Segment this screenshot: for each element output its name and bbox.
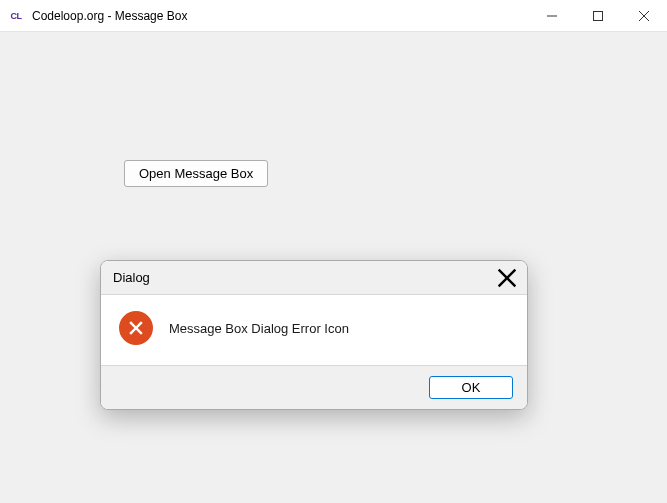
maximize-button[interactable] — [575, 0, 621, 31]
minimize-button[interactable] — [529, 0, 575, 31]
app-icon: CL — [8, 8, 24, 24]
svg-rect-1 — [594, 11, 603, 20]
client-area: Open Message Box Dialog Message Box Dial… — [0, 32, 667, 503]
dialog-body: Message Box Dialog Error Icon — [101, 295, 527, 365]
open-message-box-button[interactable]: Open Message Box — [124, 160, 268, 187]
titlebar-left: CL Codeloop.org - Message Box — [8, 8, 187, 24]
close-icon — [639, 11, 649, 21]
message-box-dialog: Dialog Message Box Dialog Error Icon OK — [100, 260, 528, 410]
close-icon — [497, 268, 517, 288]
ok-button[interactable]: OK — [429, 376, 513, 399]
window-title: Codeloop.org - Message Box — [32, 9, 187, 23]
window-titlebar: CL Codeloop.org - Message Box — [0, 0, 667, 32]
minimize-icon — [547, 11, 557, 21]
maximize-icon — [593, 11, 603, 21]
window-controls — [529, 0, 667, 31]
close-window-button[interactable] — [621, 0, 667, 31]
dialog-titlebar[interactable]: Dialog — [101, 261, 527, 295]
dialog-footer: OK — [101, 365, 527, 409]
dialog-close-button[interactable] — [497, 268, 517, 288]
error-icon — [119, 311, 153, 345]
dialog-message: Message Box Dialog Error Icon — [169, 321, 349, 336]
dialog-title: Dialog — [113, 270, 150, 285]
